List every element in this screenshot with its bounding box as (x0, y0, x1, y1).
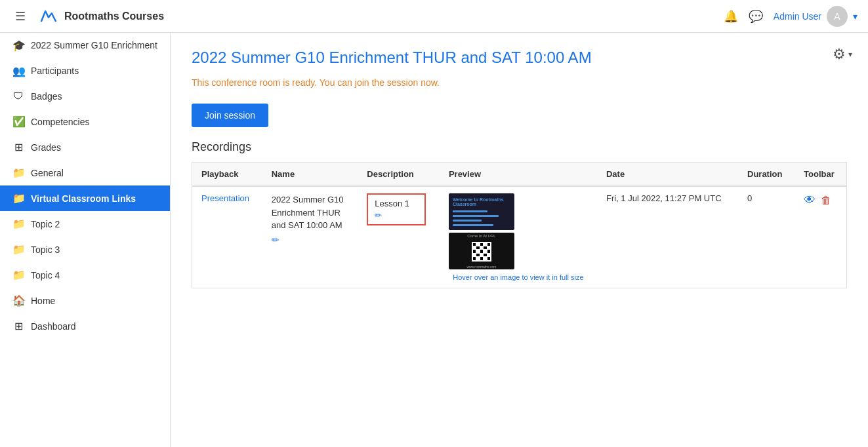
participants-icon: 👥 (12, 65, 24, 77)
sidebar-item-topic3[interactable]: 📁 Topic 3 (0, 237, 170, 262)
table-row: Presentation 2022 Summer G10 Enrichment … (192, 186, 847, 288)
graduation-icon: 🎓 (12, 39, 24, 52)
sidebar-item-label: Virtual Classroom Links (31, 193, 136, 204)
folder-icon: 📁 (12, 243, 24, 256)
sidebar-item-badges[interactable]: 🛡 Badges (0, 84, 170, 109)
description-cell: Lesson 1 ✏ (367, 193, 426, 225)
sidebar-item-competencies[interactable]: ✅ Competencies (0, 109, 170, 134)
sidebar-item-label: Home (31, 295, 55, 307)
description-text: Lesson 1 (375, 199, 418, 208)
home-icon: 🏠 (12, 294, 24, 307)
folder-icon: 📁 (12, 192, 24, 204)
navbar: ☰ Rootmaths Courses 🔔 💬 Admin User A ▾ (0, 0, 868, 33)
sidebar-item-label: General (31, 167, 64, 179)
gear-icon: ⚙ (833, 46, 846, 63)
hamburger-menu-icon[interactable]: ☰ (10, 9, 30, 24)
col-name: Name (262, 163, 358, 187)
recording-date: Fri, 1 Jul 2022, 11:27 PM UTC (606, 193, 722, 203)
content-area: ⚙ ▾ 2022 Summer G10 Enrichment THUR and … (171, 33, 868, 447)
dashboard-icon: ⊞ (12, 320, 24, 332)
sidebar-item-label: Competencies (31, 116, 90, 128)
recordings-table: Playback Name Description Preview Date D… (192, 162, 847, 288)
playback-link[interactable]: Presentation (201, 193, 249, 203)
col-playback: Playback (192, 163, 262, 187)
sidebar-item-topic4[interactable]: 📁 Topic 4 (0, 262, 170, 288)
join-session-button[interactable]: Join session (192, 104, 268, 127)
main-layout: 🎓 2022 Summer G10 Enrichment 👥 Participa… (0, 33, 868, 447)
grid-icon: ⊞ (12, 141, 24, 153)
user-chevron-icon: ▾ (853, 11, 858, 22)
recording-duration: 0 (747, 193, 752, 203)
col-date: Date (597, 163, 738, 187)
sidebar-item-label: Topic 4 (31, 269, 60, 281)
logo-icon (38, 6, 59, 27)
sidebar-item-label: Grades (31, 142, 61, 153)
qr-code (472, 242, 491, 262)
sidebar-item-topic2[interactable]: 📁 Topic 2 (0, 211, 170, 237)
description-edit-icon[interactable]: ✏ (375, 210, 418, 220)
gear-settings-button[interactable]: ⚙ ▾ (833, 46, 852, 63)
message-icon[interactable]: 💬 (749, 9, 763, 24)
folder-icon: 📁 (12, 166, 24, 179)
hover-hint-text: Hover over an image to view it in full s… (449, 273, 588, 281)
sidebar: 🎓 2022 Summer G10 Enrichment 👥 Participa… (0, 33, 171, 447)
folder-icon: 📁 (12, 218, 24, 230)
sidebar-item-grades[interactable]: ⊞ Grades (0, 134, 170, 160)
col-description: Description (358, 163, 440, 187)
col-preview: Preview (440, 163, 597, 187)
delete-recording-icon[interactable]: 🗑 (821, 195, 831, 206)
folder-icon: 📁 (12, 269, 24, 281)
sidebar-item-label: Dashboard (31, 321, 76, 332)
sidebar-item-label: Badges (31, 90, 62, 102)
sidebar-item-participants[interactable]: 👥 Participants (0, 58, 170, 84)
avatar: A (827, 6, 848, 27)
navbar-right: 🔔 💬 Admin User A ▾ (724, 6, 858, 27)
shield-icon: 🛡 (12, 90, 24, 102)
sidebar-item-label: 2022 Summer G10 Enrichment (31, 39, 157, 51)
recordings-title: Recordings (192, 140, 847, 154)
sidebar-item-home[interactable]: 🏠 Home (0, 288, 170, 313)
name-edit-icon[interactable]: ✏ (272, 235, 279, 245)
user-name: Admin User (774, 11, 821, 22)
sidebar-item-enrichment[interactable]: 🎓 2022 Summer G10 Enrichment (0, 33, 170, 58)
sidebar-item-label: Participants (31, 65, 79, 77)
toolbar-cell: 👁 🗑 (804, 193, 837, 207)
page-title: 2022 Summer G10 Enrichment THUR and SAT … (192, 49, 847, 67)
gear-chevron-icon: ▾ (848, 50, 852, 59)
thumbnail-2[interactable]: Come In At URL www.rootmaths.com (449, 233, 514, 269)
col-duration: Duration (738, 163, 795, 187)
sidebar-item-general[interactable]: 📁 General (0, 160, 170, 185)
conference-status-text: This conference room is ready. You can j… (192, 77, 847, 88)
notification-icon[interactable]: 🔔 (724, 9, 738, 24)
sidebar-item-label: Topic 2 (31, 218, 60, 230)
view-recording-icon[interactable]: 👁 (804, 193, 816, 207)
check-icon: ✅ (12, 115, 24, 128)
sidebar-item-virtual-classroom[interactable]: 📁 Virtual Classroom Links (0, 185, 170, 211)
col-toolbar: Toolbar (795, 163, 846, 187)
sidebar-item-label: Topic 3 (31, 244, 60, 256)
app-title: Rootmaths Courses (64, 10, 164, 22)
user-menu[interactable]: Admin User A ▾ (774, 6, 858, 27)
preview-cell: Welcome to Rootmaths Classroom Come In A… (449, 193, 588, 281)
recording-name: 2022 Summer G10 Enrichment THUR and SAT … (272, 193, 349, 232)
thumbnail-1[interactable]: Welcome to Rootmaths Classroom (449, 193, 514, 230)
sidebar-item-dashboard[interactable]: ⊞ Dashboard (0, 313, 170, 339)
app-logo: Rootmaths Courses (38, 6, 164, 27)
